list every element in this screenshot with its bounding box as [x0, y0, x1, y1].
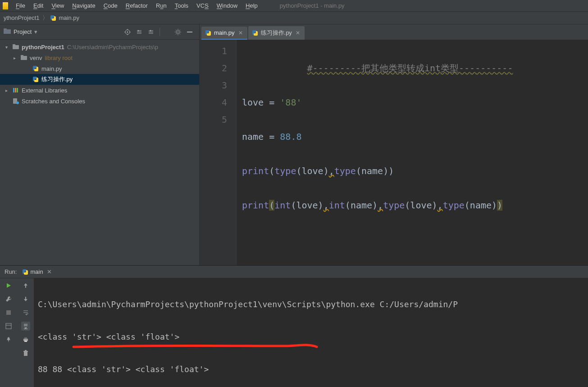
tree-node-venv[interactable]: ▸ venvlibrary root: [0, 52, 199, 63]
rerun-icon[interactable]: [4, 281, 13, 290]
chevron-right-icon[interactable]: ▸: [14, 55, 20, 60]
svg-rect-38: [25, 350, 27, 351]
trash-icon[interactable]: [21, 349, 30, 358]
editor-tab-practicepy[interactable]: 练习操作.py ✕: [248, 26, 305, 40]
svg-line-15: [176, 33, 177, 34]
chevron-down-icon[interactable]: ▾: [34, 28, 37, 35]
menu-view[interactable]: View: [47, 0, 68, 11]
svg-line-16: [179, 30, 180, 31]
console-line: C:\Users\admin\PycharmProjects\pythonPro…: [38, 296, 588, 313]
svg-point-26: [16, 101, 19, 104]
chevron-right-icon[interactable]: ▸: [5, 88, 12, 93]
tree-node-mainpy[interactable]: main.py: [0, 63, 199, 74]
wrench-icon[interactable]: [4, 295, 13, 304]
line-number: 3: [200, 77, 227, 94]
menu-tools[interactable]: Tools: [171, 0, 192, 11]
project-view-icon: [4, 28, 11, 36]
svg-rect-22: [13, 88, 14, 92]
python-file-icon: [205, 30, 211, 36]
menu-run[interactable]: Run: [152, 0, 171, 11]
close-icon[interactable]: ✕: [296, 30, 300, 36]
collapse-all-icon[interactable]: [146, 27, 156, 37]
stop-icon[interactable]: [4, 308, 13, 317]
python-file-icon: [22, 269, 28, 275]
breadcrumb-bar: ythonProject1 〉 main.py: [0, 12, 588, 24]
close-icon[interactable]: ✕: [238, 30, 243, 36]
code-line: print(type(love),type(name)): [242, 162, 513, 180]
code-line: name = 88.8: [242, 128, 513, 145]
console-line: <class 'str'> <class 'float'>: [38, 329, 588, 345]
console-line: 88 88 <class 'str'> <class 'float'>: [38, 361, 588, 378]
svg-rect-21: [21, 55, 23, 57]
up-arrow-icon[interactable]: [21, 281, 30, 290]
app-badge-icon: [3, 2, 8, 9]
project-pane-title[interactable]: Project: [14, 28, 32, 35]
menu-window[interactable]: Window: [213, 0, 242, 11]
run-toolbar-secondary: [17, 278, 34, 387]
scroll-to-end-icon[interactable]: [21, 322, 30, 331]
breadcrumb-project[interactable]: ythonProject1: [3, 14, 41, 21]
tree-label: venvlibrary root: [30, 55, 73, 61]
layout-icon[interactable]: [4, 322, 13, 331]
menu-vcs[interactable]: VCS: [192, 0, 213, 11]
menubar: File Edit View Navigate Code Refactor Ru…: [0, 0, 588, 12]
tree-node-practicepy[interactable]: 练习操作.py: [0, 74, 199, 85]
run-title: Run:: [5, 268, 17, 275]
svg-rect-27: [6, 310, 11, 315]
down-arrow-icon[interactable]: [21, 295, 30, 304]
tree-node-external-libraries[interactable]: ▸ External Libraries: [0, 85, 199, 96]
close-icon[interactable]: ✕: [47, 268, 52, 275]
run-body: C:\Users\admin\PycharmProjects\pythonPro…: [0, 278, 588, 387]
svg-point-3: [127, 31, 128, 32]
gear-icon[interactable]: [173, 27, 183, 37]
line-number: 5: [200, 111, 227, 128]
run-console[interactable]: C:\Users\admin\PycharmProjects\pythonPro…: [34, 278, 588, 387]
run-config-tab[interactable]: main ✕: [22, 268, 51, 275]
tab-label: main.py: [214, 29, 235, 36]
svg-rect-24: [17, 88, 18, 92]
svg-rect-1: [4, 28, 7, 30]
editor-tab-mainpy[interactable]: main.py ✕: [201, 27, 247, 40]
svg-rect-35: [24, 341, 27, 342]
menu-file[interactable]: File: [12, 0, 29, 11]
window-title-hint: pythonProject1 - main.py: [280, 2, 345, 9]
project-pane-header: Project ▾: [0, 24, 199, 40]
run-toolwindow: Run: main ✕ C:\Users\admin\PycharmProjec…: [0, 265, 588, 387]
soft-wrap-icon[interactable]: [21, 308, 30, 317]
hide-panel-icon[interactable]: [185, 27, 195, 37]
tree-label: External Libraries: [22, 87, 67, 94]
expand-all-icon[interactable]: [134, 27, 144, 37]
svg-rect-17: [187, 32, 192, 32]
svg-rect-31: [25, 297, 26, 299]
pin-icon[interactable]: [4, 335, 13, 344]
library-icon: [13, 87, 19, 93]
tree-label: pythonProject1C:\Users\admin\PycharmProj…: [22, 44, 158, 51]
main-split: Project ▾ ▾ pythonProject1C:\Users\admin…: [0, 24, 588, 265]
menu-navigate[interactable]: Navigate: [68, 0, 99, 11]
locate-icon[interactable]: [123, 27, 132, 37]
breadcrumb-file[interactable]: main.py: [58, 14, 81, 21]
run-toolwindow-header: Run: main ✕: [0, 266, 588, 278]
print-icon[interactable]: [21, 335, 30, 344]
chevron-down-icon[interactable]: ▾: [5, 45, 12, 50]
tree-label: 练习操作.py: [41, 75, 73, 83]
tree-label: main.py: [41, 65, 62, 72]
line-number: 2: [200, 60, 227, 77]
svg-line-14: [179, 33, 180, 34]
menu-code[interactable]: Code: [100, 0, 122, 11]
project-pane: Project ▾ ▾ pythonProject1C:\Users\admin…: [0, 24, 200, 265]
folder-icon: [21, 55, 27, 61]
menu-edit[interactable]: Edit: [29, 0, 47, 11]
scratches-icon: [13, 98, 19, 104]
tree-node-project[interactable]: ▾ pythonProject1C:\Users\admin\PycharmPr…: [0, 41, 199, 52]
project-tree[interactable]: ▾ pythonProject1C:\Users\admin\PycharmPr…: [0, 40, 199, 108]
svg-rect-28: [6, 323, 11, 329]
run-toolbar-primary: [0, 278, 17, 387]
tree-node-scratches[interactable]: Scratches and Consoles: [0, 96, 199, 106]
code-line: #---------把其他类型转成int类型----------: [242, 60, 513, 77]
editor-code[interactable]: #---------把其他类型转成int类型---------- love = …: [237, 40, 513, 265]
menu-refactor[interactable]: Refactor: [122, 0, 152, 11]
editor-body[interactable]: 1 2 3 4 5 #---------把其他类型转成int类型--------…: [200, 40, 588, 265]
editor-gutter[interactable]: 1 2 3 4 5: [200, 40, 237, 265]
menu-help[interactable]: Help: [242, 0, 262, 11]
